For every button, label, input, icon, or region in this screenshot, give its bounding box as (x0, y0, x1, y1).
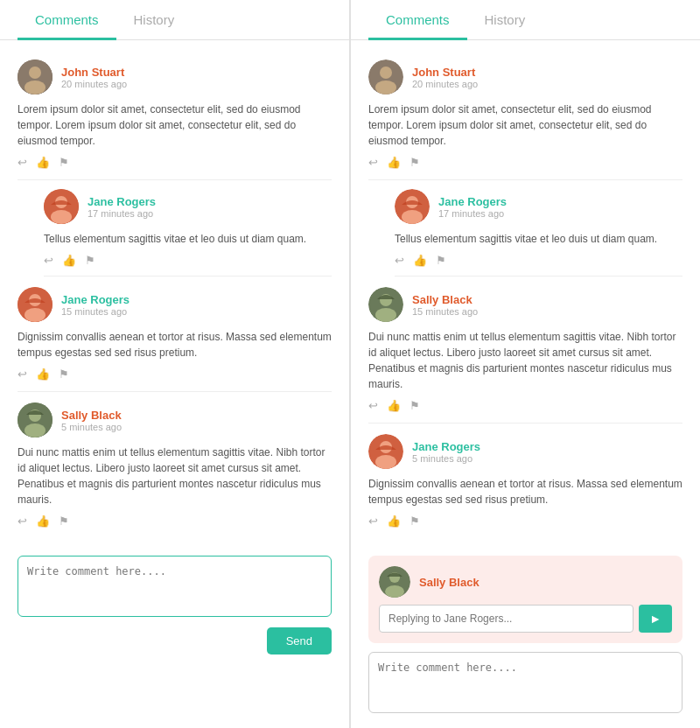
comment-header: Jane Rogers 5 minutes ago (368, 434, 682, 469)
reply-icon[interactable]: ↩ (395, 254, 404, 267)
svg-point-14 (375, 80, 396, 94)
flag-icon[interactable]: ⚑ (59, 156, 69, 169)
reply-icon[interactable]: ↩ (44, 254, 53, 267)
comment-author: Jane Rogers (88, 195, 156, 208)
comment-item: Sally Black 5 minutes ago Dui nunc matti… (18, 392, 332, 538)
comment-meta: Sally Black 5 minutes ago (61, 409, 122, 432)
svg-point-11 (24, 424, 46, 438)
like-icon[interactable]: 👍 (387, 514, 401, 528)
like-icon[interactable]: 👍 (36, 514, 50, 528)
comment-author: Sally Black (61, 409, 122, 422)
left-panel: Comments History John Stuart 20 minutes … (0, 0, 350, 728)
comment-item-nested: Jane Rogers 17 minutes ago Tellus elemen… (395, 180, 682, 276)
reply-icon[interactable]: ↩ (18, 368, 27, 381)
like-icon[interactable]: 👍 (387, 399, 401, 412)
avatar (18, 60, 52, 94)
avatar (368, 434, 403, 469)
comment-body: Dui nunc mattis enim ut tellus elementum… (368, 329, 682, 392)
avatar (18, 287, 52, 322)
like-icon[interactable]: 👍 (413, 254, 427, 267)
like-icon[interactable]: 👍 (36, 156, 50, 169)
svg-point-23 (375, 455, 396, 469)
avatar (368, 60, 403, 94)
comment-time: 20 minutes ago (412, 79, 478, 89)
flag-icon[interactable]: ⚑ (59, 368, 69, 381)
svg-point-20 (375, 308, 396, 322)
send-button[interactable]: Send (267, 627, 332, 654)
comment-body: Lorem ipsum dolor sit amet, consectetur … (368, 102, 682, 149)
right-comments-list: John Stuart 20 minutes ago Lorem ipsum d… (351, 40, 700, 547)
right-panel: Comments History John Stuart 20 minutes … (351, 0, 700, 728)
comment-actions: ↩ 👍 ⚑ (18, 368, 332, 381)
comment-time: 15 minutes ago (61, 306, 130, 317)
like-icon[interactable]: 👍 (387, 156, 401, 169)
like-icon[interactable]: 👍 (36, 368, 50, 381)
comment-meta: John Stuart 20 minutes ago (412, 66, 478, 89)
comment-time: 15 minutes ago (412, 306, 478, 317)
avatar (44, 189, 79, 224)
avatar (18, 402, 52, 438)
svg-point-8 (24, 308, 46, 322)
comment-author: John Stuart (61, 66, 127, 79)
flag-icon[interactable]: ⚑ (59, 514, 69, 528)
reply-icon[interactable]: ↩ (368, 156, 378, 169)
flag-icon[interactable]: ⚑ (410, 399, 420, 412)
comment-meta: Jane Rogers 17 minutes ago (438, 195, 507, 219)
tab-comments-right[interactable]: Comments (368, 0, 467, 40)
comment-header: John Stuart 20 minutes ago (368, 60, 682, 94)
comment-body: Tellus elementum sagittis vitae et leo d… (44, 231, 332, 247)
reply-input[interactable] (379, 605, 634, 633)
flag-icon[interactable]: ⚑ (85, 254, 95, 267)
reply-author-name: Sally Black (419, 576, 480, 589)
reply-icon[interactable]: ↩ (368, 399, 378, 412)
left-comments-list: John Stuart 20 minutes ago Lorem ipsum d… (0, 40, 349, 547)
svg-point-17 (402, 210, 423, 224)
comment-time: 5 minutes ago (412, 453, 480, 464)
comment-actions: ↩ 👍 ⚑ (368, 156, 682, 169)
comment-header: Jane Rogers 15 minutes ago (18, 287, 332, 322)
like-icon[interactable]: 👍 (62, 254, 76, 267)
comment-item: John Stuart 20 minutes ago Lorem ipsum d… (18, 49, 332, 180)
comment-header: John Stuart 20 minutes ago (18, 60, 332, 94)
tab-history-right[interactable]: History (467, 0, 543, 40)
comment-item: Sally Black 15 minutes ago Dui nunc matt… (368, 276, 682, 424)
comment-item-nested: Jane Rogers 17 minutes ago Tellus elemen… (44, 180, 332, 276)
reply-icon[interactable]: ↩ (18, 514, 27, 528)
reply-box: Sally Black ► (368, 556, 682, 643)
comment-time: 5 minutes ago (61, 422, 122, 432)
comment-item: John Stuart 20 minutes ago Lorem ipsum d… (368, 49, 682, 180)
reply-icon[interactable]: ↩ (368, 514, 378, 528)
comment-actions: ↩ 👍 ⚑ (368, 514, 682, 528)
comment-actions: ↩ 👍 ⚑ (368, 399, 682, 412)
comment-header: Jane Rogers 17 minutes ago (395, 189, 682, 224)
comment-author: Jane Rogers (438, 195, 507, 208)
comment-meta: Jane Rogers 5 minutes ago (412, 440, 480, 464)
flag-icon[interactable]: ⚑ (410, 156, 420, 169)
comment-meta: Jane Rogers 15 minutes ago (61, 293, 130, 317)
tab-comments-left[interactable]: Comments (18, 0, 116, 40)
left-tabs: Comments History (0, 0, 349, 40)
reply-send-button[interactable]: ► (639, 605, 672, 633)
comment-author: Jane Rogers (61, 293, 130, 306)
tab-history-left[interactable]: History (116, 0, 192, 40)
comment-header: Jane Rogers 17 minutes ago (44, 189, 332, 224)
comment-actions: ↩ 👍 ⚑ (44, 254, 332, 267)
comment-meta: Sally Black 15 minutes ago (412, 293, 478, 317)
avatar (368, 287, 403, 322)
comment-body: Lorem ipsum dolor sit amet, consectetur … (18, 102, 332, 149)
comment-actions: ↩ 👍 ⚑ (18, 156, 332, 169)
comment-meta: John Stuart 20 minutes ago (61, 66, 127, 89)
comment-header: Sally Black 5 minutes ago (18, 402, 332, 438)
comment-time: 20 minutes ago (61, 79, 127, 89)
flag-icon[interactable]: ⚑ (436, 254, 446, 267)
reply-avatar (379, 566, 410, 598)
write-comment-input-right[interactable] (368, 652, 682, 713)
svg-point-2 (24, 80, 46, 94)
flag-icon[interactable]: ⚑ (410, 514, 420, 528)
reply-input-row: ► (379, 605, 672, 633)
comment-actions: ↩ 👍 ⚑ (395, 254, 682, 267)
reply-icon[interactable]: ↩ (18, 156, 27, 169)
comment-time: 17 minutes ago (88, 208, 156, 219)
comment-body: Dignissim convallis aenean et tortor at … (368, 476, 682, 508)
write-comment-input[interactable] (18, 556, 332, 617)
